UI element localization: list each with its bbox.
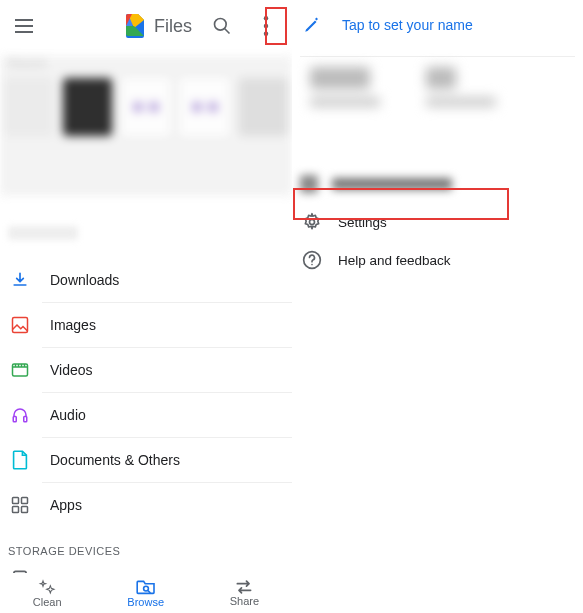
search-icon[interactable] (210, 14, 234, 38)
svg-rect-13 (22, 507, 28, 513)
overflow-menu-icon[interactable] (254, 14, 278, 38)
category-videos[interactable]: Videos (0, 348, 292, 392)
svg-point-18 (311, 264, 313, 266)
folder-search-icon (136, 579, 156, 595)
menu-label: Settings (338, 215, 387, 230)
nav-clean[interactable]: Clean (33, 579, 62, 608)
category-apps[interactable]: Apps (0, 483, 292, 527)
set-name-link[interactable]: Tap to set your name (342, 17, 473, 33)
app-title: Files (154, 16, 192, 37)
svg-rect-6 (13, 318, 28, 333)
category-label: Downloads (50, 272, 119, 288)
category-images[interactable]: Images (0, 303, 292, 347)
nav-label: Browse (127, 596, 164, 608)
svg-point-4 (264, 32, 268, 36)
help-icon (302, 250, 322, 270)
category-label: Videos (50, 362, 93, 378)
bottom-nav: Clean Browse Share (0, 573, 292, 613)
category-label: Images (50, 317, 96, 333)
overflow-menu-panel: Tap to set your name Settings Help and f… (292, 0, 583, 613)
video-icon (10, 360, 30, 380)
category-heading-blurred (8, 226, 78, 240)
document-icon (10, 450, 30, 470)
files-app-panel: Files Recent Downloads (0, 0, 292, 613)
app-header: Files (0, 0, 292, 52)
category-label: Audio (50, 407, 86, 423)
category-downloads[interactable]: Downloads (0, 258, 292, 302)
menu-settings[interactable]: Settings (292, 203, 583, 241)
svg-point-1 (215, 19, 227, 31)
edit-icon[interactable] (300, 13, 324, 37)
nav-label: Share (230, 595, 259, 607)
download-icon (10, 270, 30, 290)
transfer-icon (234, 580, 254, 594)
files-logo-icon (126, 14, 146, 38)
headphones-icon (10, 405, 30, 425)
nav-browse[interactable]: Browse (127, 579, 164, 608)
image-icon (10, 315, 30, 335)
sparkle-icon (38, 579, 56, 595)
svg-rect-12 (13, 507, 19, 513)
svg-point-16 (310, 220, 315, 225)
svg-point-3 (264, 24, 268, 28)
category-documents[interactable]: Documents & Others (0, 438, 292, 482)
storage-section-title: STORAGE DEVICES (8, 545, 292, 557)
svg-rect-9 (24, 417, 27, 422)
apps-icon (10, 495, 30, 515)
nav-label: Clean (33, 596, 62, 608)
svg-point-2 (264, 16, 268, 20)
svg-rect-10 (13, 498, 19, 504)
storage-stats-blurred (310, 67, 569, 147)
category-audio[interactable]: Audio (0, 393, 292, 437)
name-header: Tap to set your name (292, 0, 583, 56)
menu-icon[interactable] (12, 14, 36, 38)
nav-share[interactable]: Share (230, 580, 259, 607)
menu-label: Help and feedback (338, 253, 451, 268)
app-brand: Files (126, 14, 192, 38)
menu-item-blurred (292, 171, 583, 203)
svg-rect-8 (13, 417, 16, 422)
recent-section-blurred: Recent (0, 56, 292, 196)
svg-point-15 (143, 586, 148, 591)
categories-section: Downloads Images Videos Audio (0, 196, 292, 603)
category-label: Documents & Others (50, 452, 180, 468)
category-label: Apps (50, 497, 82, 513)
svg-rect-11 (22, 498, 28, 504)
menu-help[interactable]: Help and feedback (292, 241, 583, 279)
gear-icon (302, 212, 322, 232)
